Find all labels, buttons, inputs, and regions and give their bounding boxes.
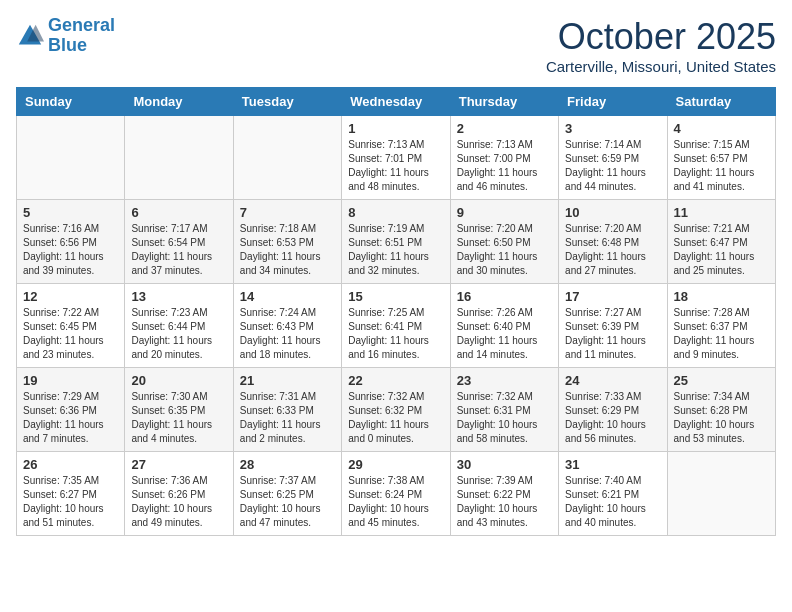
calendar-cell: 9Sunrise: 7:20 AM Sunset: 6:50 PM Daylig… [450,200,558,284]
day-number: 22 [348,373,443,388]
calendar-cell: 14Sunrise: 7:24 AM Sunset: 6:43 PM Dayli… [233,284,341,368]
day-number: 16 [457,289,552,304]
day-info: Sunrise: 7:37 AM Sunset: 6:25 PM Dayligh… [240,474,335,530]
day-info: Sunrise: 7:21 AM Sunset: 6:47 PM Dayligh… [674,222,769,278]
calendar-header-row: SundayMondayTuesdayWednesdayThursdayFrid… [17,88,776,116]
calendar-cell: 19Sunrise: 7:29 AM Sunset: 6:36 PM Dayli… [17,368,125,452]
calendar-cell [17,116,125,200]
location: Carterville, Missouri, United States [546,58,776,75]
calendar-cell: 23Sunrise: 7:32 AM Sunset: 6:31 PM Dayli… [450,368,558,452]
calendar-week-row: 1Sunrise: 7:13 AM Sunset: 7:01 PM Daylig… [17,116,776,200]
day-number: 17 [565,289,660,304]
calendar-cell: 18Sunrise: 7:28 AM Sunset: 6:37 PM Dayli… [667,284,775,368]
day-info: Sunrise: 7:25 AM Sunset: 6:41 PM Dayligh… [348,306,443,362]
calendar-cell: 26Sunrise: 7:35 AM Sunset: 6:27 PM Dayli… [17,452,125,536]
day-number: 5 [23,205,118,220]
day-number: 8 [348,205,443,220]
calendar-cell: 2Sunrise: 7:13 AM Sunset: 7:00 PM Daylig… [450,116,558,200]
day-info: Sunrise: 7:13 AM Sunset: 7:00 PM Dayligh… [457,138,552,194]
day-info: Sunrise: 7:27 AM Sunset: 6:39 PM Dayligh… [565,306,660,362]
day-number: 14 [240,289,335,304]
weekday-header: Sunday [17,88,125,116]
weekday-header: Wednesday [342,88,450,116]
day-number: 2 [457,121,552,136]
weekday-header: Thursday [450,88,558,116]
day-number: 28 [240,457,335,472]
day-info: Sunrise: 7:19 AM Sunset: 6:51 PM Dayligh… [348,222,443,278]
day-info: Sunrise: 7:32 AM Sunset: 6:32 PM Dayligh… [348,390,443,446]
day-number: 13 [131,289,226,304]
title-block: October 2025 Carterville, Missouri, Unit… [546,16,776,75]
day-number: 23 [457,373,552,388]
day-info: Sunrise: 7:35 AM Sunset: 6:27 PM Dayligh… [23,474,118,530]
page-header: General Blue October 2025 Carterville, M… [16,16,776,75]
calendar-cell: 6Sunrise: 7:17 AM Sunset: 6:54 PM Daylig… [125,200,233,284]
calendar-cell: 5Sunrise: 7:16 AM Sunset: 6:56 PM Daylig… [17,200,125,284]
calendar-cell: 24Sunrise: 7:33 AM Sunset: 6:29 PM Dayli… [559,368,667,452]
day-info: Sunrise: 7:20 AM Sunset: 6:50 PM Dayligh… [457,222,552,278]
calendar: SundayMondayTuesdayWednesdayThursdayFrid… [16,87,776,536]
day-number: 4 [674,121,769,136]
calendar-cell: 27Sunrise: 7:36 AM Sunset: 6:26 PM Dayli… [125,452,233,536]
day-info: Sunrise: 7:28 AM Sunset: 6:37 PM Dayligh… [674,306,769,362]
logo: General Blue [16,16,115,56]
day-info: Sunrise: 7:30 AM Sunset: 6:35 PM Dayligh… [131,390,226,446]
day-number: 9 [457,205,552,220]
day-info: Sunrise: 7:24 AM Sunset: 6:43 PM Dayligh… [240,306,335,362]
day-info: Sunrise: 7:36 AM Sunset: 6:26 PM Dayligh… [131,474,226,530]
calendar-cell [667,452,775,536]
calendar-cell: 16Sunrise: 7:26 AM Sunset: 6:40 PM Dayli… [450,284,558,368]
calendar-cell: 12Sunrise: 7:22 AM Sunset: 6:45 PM Dayli… [17,284,125,368]
calendar-cell: 20Sunrise: 7:30 AM Sunset: 6:35 PM Dayli… [125,368,233,452]
calendar-week-row: 26Sunrise: 7:35 AM Sunset: 6:27 PM Dayli… [17,452,776,536]
calendar-cell [233,116,341,200]
calendar-week-row: 5Sunrise: 7:16 AM Sunset: 6:56 PM Daylig… [17,200,776,284]
calendar-cell: 21Sunrise: 7:31 AM Sunset: 6:33 PM Dayli… [233,368,341,452]
calendar-cell: 31Sunrise: 7:40 AM Sunset: 6:21 PM Dayli… [559,452,667,536]
day-info: Sunrise: 7:15 AM Sunset: 6:57 PM Dayligh… [674,138,769,194]
calendar-cell: 3Sunrise: 7:14 AM Sunset: 6:59 PM Daylig… [559,116,667,200]
day-info: Sunrise: 7:13 AM Sunset: 7:01 PM Dayligh… [348,138,443,194]
day-info: Sunrise: 7:39 AM Sunset: 6:22 PM Dayligh… [457,474,552,530]
calendar-cell: 8Sunrise: 7:19 AM Sunset: 6:51 PM Daylig… [342,200,450,284]
calendar-cell: 17Sunrise: 7:27 AM Sunset: 6:39 PM Dayli… [559,284,667,368]
day-number: 15 [348,289,443,304]
calendar-cell: 1Sunrise: 7:13 AM Sunset: 7:01 PM Daylig… [342,116,450,200]
day-info: Sunrise: 7:17 AM Sunset: 6:54 PM Dayligh… [131,222,226,278]
calendar-cell: 29Sunrise: 7:38 AM Sunset: 6:24 PM Dayli… [342,452,450,536]
day-info: Sunrise: 7:34 AM Sunset: 6:28 PM Dayligh… [674,390,769,446]
calendar-cell: 28Sunrise: 7:37 AM Sunset: 6:25 PM Dayli… [233,452,341,536]
calendar-week-row: 19Sunrise: 7:29 AM Sunset: 6:36 PM Dayli… [17,368,776,452]
calendar-cell: 11Sunrise: 7:21 AM Sunset: 6:47 PM Dayli… [667,200,775,284]
weekday-header: Tuesday [233,88,341,116]
calendar-cell: 25Sunrise: 7:34 AM Sunset: 6:28 PM Dayli… [667,368,775,452]
day-info: Sunrise: 7:31 AM Sunset: 6:33 PM Dayligh… [240,390,335,446]
day-number: 11 [674,205,769,220]
day-info: Sunrise: 7:18 AM Sunset: 6:53 PM Dayligh… [240,222,335,278]
logo-text: General Blue [48,16,115,56]
day-number: 12 [23,289,118,304]
calendar-cell: 7Sunrise: 7:18 AM Sunset: 6:53 PM Daylig… [233,200,341,284]
weekday-header: Saturday [667,88,775,116]
day-number: 19 [23,373,118,388]
day-number: 31 [565,457,660,472]
day-number: 3 [565,121,660,136]
day-info: Sunrise: 7:26 AM Sunset: 6:40 PM Dayligh… [457,306,552,362]
day-info: Sunrise: 7:32 AM Sunset: 6:31 PM Dayligh… [457,390,552,446]
weekday-header: Friday [559,88,667,116]
month-title: October 2025 [546,16,776,58]
day-info: Sunrise: 7:16 AM Sunset: 6:56 PM Dayligh… [23,222,118,278]
day-info: Sunrise: 7:20 AM Sunset: 6:48 PM Dayligh… [565,222,660,278]
day-number: 25 [674,373,769,388]
day-number: 10 [565,205,660,220]
day-number: 29 [348,457,443,472]
day-info: Sunrise: 7:29 AM Sunset: 6:36 PM Dayligh… [23,390,118,446]
calendar-cell: 15Sunrise: 7:25 AM Sunset: 6:41 PM Dayli… [342,284,450,368]
calendar-cell: 10Sunrise: 7:20 AM Sunset: 6:48 PM Dayli… [559,200,667,284]
day-info: Sunrise: 7:14 AM Sunset: 6:59 PM Dayligh… [565,138,660,194]
calendar-cell: 22Sunrise: 7:32 AM Sunset: 6:32 PM Dayli… [342,368,450,452]
calendar-cell [125,116,233,200]
day-number: 6 [131,205,226,220]
logo-icon [16,22,44,50]
day-number: 1 [348,121,443,136]
